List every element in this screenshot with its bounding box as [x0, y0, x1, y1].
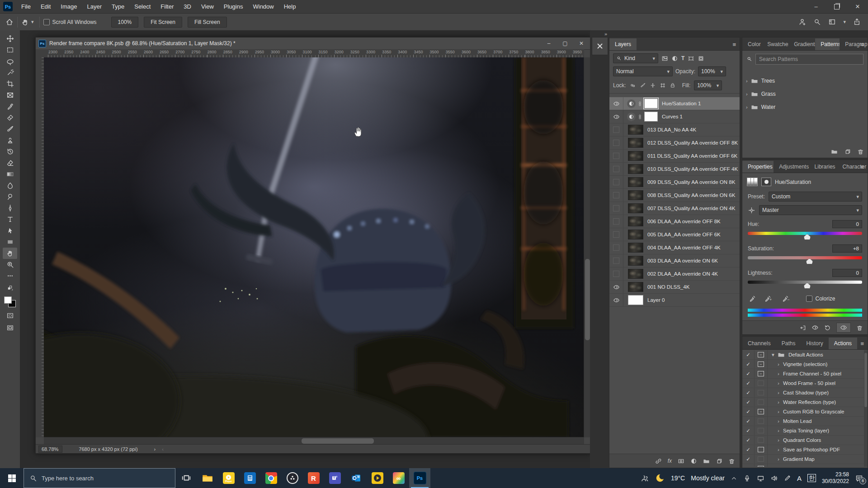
chevron-right-icon[interactable]: › [746, 104, 748, 110]
zoom-level-field[interactable]: 68.78% [38, 446, 62, 453]
search-icon[interactable] [813, 18, 821, 26]
modal-control-icon[interactable] [755, 388, 768, 397]
panel-menu-icon[interactable]: ≡ [860, 340, 864, 347]
layer-thumbnail[interactable] [628, 190, 643, 200]
visibility-toggle-empty[interactable] [613, 153, 619, 159]
taskbar-app-chrome[interactable] [260, 468, 282, 488]
new-layer-icon[interactable] [716, 458, 722, 465]
action-check-icon[interactable]: ✓ [742, 350, 755, 359]
lock-transparency-icon[interactable] [630, 83, 636, 89]
menu-window[interactable]: Window [248, 0, 278, 13]
layer-mask-thumbnail[interactable] [644, 112, 658, 122]
action-check-icon[interactable]: ✓ [742, 388, 755, 397]
share-user-icon[interactable] [798, 18, 806, 26]
doc-maximize-button[interactable]: ▢ [557, 38, 573, 48]
menu-file[interactable]: File [16, 0, 36, 13]
chevron-right-icon[interactable]: › [774, 437, 783, 443]
new-group-icon[interactable] [831, 148, 838, 155]
fit-screen-button[interactable]: Fit Screen [144, 17, 182, 28]
layer-row[interactable]: 002 DLAA_AA override ON 4K [609, 267, 740, 281]
vertical-scrollbar-thumb[interactable] [585, 259, 590, 340]
lightness-slider[interactable] [748, 280, 862, 287]
hidden-icons-chevron[interactable] [731, 475, 737, 482]
pattern-folder-water[interactable]: ›Water [742, 100, 868, 113]
visibility-toggle-empty[interactable] [613, 179, 619, 185]
filter-type-layers-icon[interactable]: T [681, 55, 684, 61]
people-icon[interactable] [641, 474, 649, 483]
layer-thumbnail[interactable] [628, 164, 643, 174]
eyedropper-subtract-icon[interactable]: − [782, 295, 791, 302]
menu-3d[interactable]: 3D [179, 0, 196, 13]
visibility-toggle-empty[interactable] [613, 218, 619, 225]
chevron-right-icon[interactable]: › [774, 390, 783, 395]
layer-thumbnail[interactable] [628, 151, 643, 161]
colorize-checkbox[interactable]: Colorize [806, 296, 835, 302]
action-name[interactable]: Custom RGB to Grayscale [783, 409, 844, 414]
filter-smart-objects-icon[interactable] [698, 55, 704, 62]
panel-menu-icon[interactable]: ≡ [732, 41, 736, 48]
modal-control-icon[interactable]: − [755, 360, 768, 369]
modal-control-icon[interactable] [755, 379, 768, 388]
pattern-folder-grass[interactable]: ›Grass [742, 87, 868, 100]
layer-row[interactable]: 007 DLSS_Quality AA override ON 4K [609, 202, 740, 215]
layer-thumbnail[interactable] [628, 282, 643, 292]
foreground-background-swatches[interactable] [4, 296, 16, 307]
targeted-adjustment-icon[interactable] [748, 206, 755, 214]
tab-adjustments[interactable]: Adjustments [774, 161, 809, 173]
taskbar-app-calculator[interactable] [239, 468, 260, 488]
weather-desc[interactable]: Mostly clear [691, 474, 725, 482]
filter-adjustment-layers-icon[interactable] [671, 55, 678, 62]
frame-tool[interactable] [3, 89, 17, 101]
layer-name[interactable]: Curves 1 [662, 114, 683, 119]
reset-adjustment-icon[interactable] [824, 324, 831, 331]
action-set-name[interactable]: Default Actions [788, 352, 823, 357]
tools-panel-button[interactable] [592, 37, 608, 55]
tab-properties[interactable]: Properties [742, 161, 774, 173]
layer-name[interactable]: 009 DLSS_Quality AA override ON 8K [647, 179, 735, 185]
layer-row[interactable]: 003 DLAA_AA override ON 6K [609, 254, 740, 267]
dots-tool[interactable] [3, 270, 17, 282]
visibility-toggle-empty[interactable] [613, 192, 619, 198]
minimize-button[interactable]: – [806, 0, 826, 13]
scroll-all-windows-checkbox[interactable]: Scroll All Windows [43, 19, 97, 25]
visibility-eye-icon[interactable] [613, 100, 620, 107]
modal-control-icon[interactable] [755, 426, 768, 435]
action-check-icon[interactable]: ✓ [742, 464, 755, 467]
layer-thumbnail[interactable] [628, 203, 643, 213]
lock-all-icon[interactable] [670, 83, 675, 89]
layer-name[interactable]: 005 DLAA_AA override OFF 6K [647, 232, 721, 237]
taskbar-app-outlook[interactable] [345, 468, 367, 488]
modal-control-icon[interactable] [755, 417, 768, 426]
chevron-right-icon[interactable]: › [774, 409, 783, 414]
action-check-icon[interactable]: ✓ [742, 455, 755, 464]
menu-view[interactable]: View [196, 0, 219, 13]
action-row[interactable]: ✓›Cast Shadow (type) [742, 388, 864, 398]
taskbar-app-photoshop[interactable]: Ps [409, 468, 430, 488]
foreground-color[interactable] [4, 296, 12, 304]
tab-libraries[interactable]: Libraries [809, 161, 837, 173]
visibility-toggle-empty[interactable] [613, 205, 619, 211]
layer-name[interactable]: 002 DLAA_AA override ON 4K [647, 271, 718, 277]
layer-row[interactable]: 005 DLAA_AA override OFF 6K [609, 228, 740, 241]
visibility-eye-icon[interactable] [613, 297, 620, 304]
action-row[interactable]: ✓›Save as Photoshop PDF [742, 445, 864, 455]
action-row[interactable]: ✓›Molten Lead [742, 417, 864, 426]
canvas[interactable] [44, 57, 584, 437]
dodge-tool[interactable] [3, 191, 17, 202]
action-check-icon[interactable]: ✓ [742, 445, 755, 454]
horizontal-scrollbar-thumb[interactable] [302, 438, 374, 444]
saturation-slider[interactable] [748, 255, 862, 263]
menu-type[interactable]: Type [107, 0, 129, 13]
chevron-down-icon[interactable]: ▾ [769, 352, 778, 358]
visibility-toggle-empty[interactable] [613, 271, 619, 277]
visibility-toggle-empty[interactable] [613, 166, 619, 172]
layer-name[interactable]: 006 DLAA_AA override OFF 8K [647, 219, 721, 224]
taskbar-app-potplayer[interactable]: Player [218, 468, 239, 488]
layer-name[interactable]: 012 DLSS_Quality AA override OFF 8K [647, 140, 738, 145]
layer-mask-thumbnail[interactable] [644, 99, 658, 108]
menu-layer[interactable]: Layer [82, 0, 107, 13]
actions-scrollbar[interactable] [864, 350, 868, 467]
tab-history[interactable]: History [801, 338, 828, 349]
layer-row[interactable]: 006 DLAA_AA override OFF 8K [609, 215, 740, 228]
action-row[interactable]: ✓−›Frame Channel - 50 pixel [742, 369, 864, 379]
